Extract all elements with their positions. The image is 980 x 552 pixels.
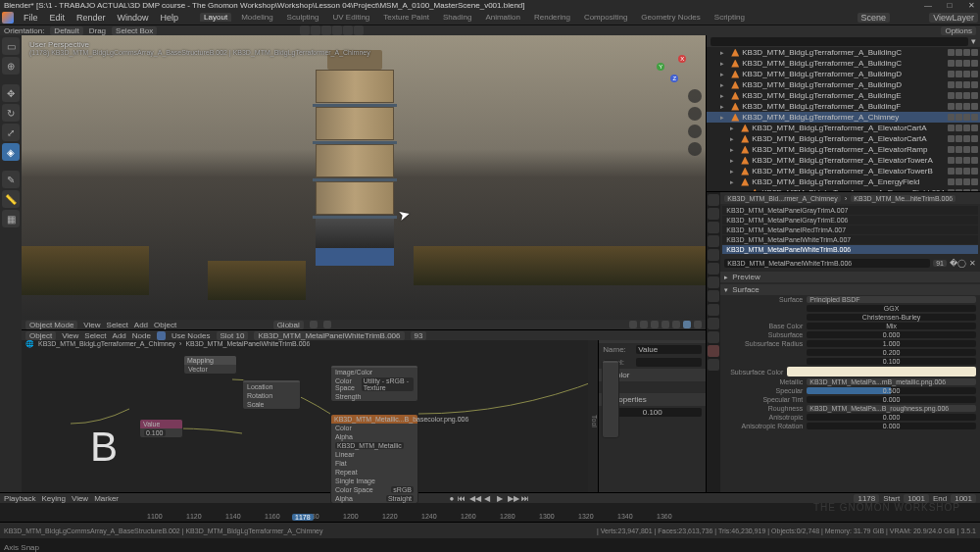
tab-texpaint[interactable]: Texture Paint: [379, 13, 433, 22]
prop-tab-modifier[interactable]: [708, 276, 719, 288]
prev-key-icon[interactable]: ◀◀: [469, 494, 479, 502]
snap-icon-3[interactable]: [321, 25, 331, 35]
property-value[interactable]: 0.000: [807, 396, 976, 403]
property-value[interactable]: 0.000: [807, 331, 976, 338]
node-group[interactable]: Image/Color Color SpaceUtility - sRGB - …: [330, 365, 418, 402]
shading-wire-icon[interactable]: [662, 321, 669, 328]
snap-icon[interactable]: [300, 25, 310, 35]
tool-add[interactable]: ▦: [2, 210, 20, 227]
overlay-toggle-icon[interactable]: [640, 321, 648, 328]
preview-panel-header[interactable]: Preview: [720, 272, 980, 282]
vp-menu-object[interactable]: Object: [154, 321, 176, 329]
pan-icon[interactable]: [688, 107, 702, 121]
outliner-search-input[interactable]: [710, 37, 968, 46]
ne-menu-select[interactable]: Select: [84, 331, 106, 340]
orientation-global[interactable]: Global: [273, 321, 304, 329]
snap-toggle-icon[interactable]: [310, 321, 318, 328]
menu-edit[interactable]: Edit: [44, 13, 72, 23]
tl-menu-keying[interactable]: Keying: [41, 494, 65, 503]
slot-dropdown[interactable]: Slot 10: [217, 331, 249, 340]
orientation-dropdown[interactable]: Default: [50, 26, 82, 35]
property-value[interactable]: 0.500: [807, 387, 976, 394]
surface-shader-dropdown[interactable]: Principled BSDF: [807, 296, 976, 303]
outliner-row[interactable]: ▸KB3D_MTM_BldgLgTerraformer_A_BuildingF: [707, 101, 980, 112]
ne-menu-view[interactable]: View: [62, 331, 78, 340]
snap-icon-5[interactable]: [343, 25, 353, 35]
outliner-row[interactable]: ▸KB3D_MTM_BldgLgTerraformer_A_BuildingC: [707, 58, 980, 69]
prop-tab-data[interactable]: [708, 331, 719, 343]
jump-start-icon[interactable]: ⏮: [457, 494, 466, 502]
property-value[interactable]: 0.200: [807, 349, 976, 356]
ne-menu-add[interactable]: Add: [113, 331, 126, 340]
menu-help[interactable]: Help: [155, 13, 185, 23]
outliner-row[interactable]: ▸KB3D_MTM_BldgLgTerraformer_A_BuildingE: [707, 90, 980, 101]
tab-layout[interactable]: Layout: [200, 13, 231, 22]
gizmo-toggle-icon[interactable]: [629, 321, 637, 328]
tool-transform[interactable]: ◈: [2, 143, 20, 161]
outliner-row[interactable]: ▸KB3D_MTM_BldgLgTerraformer_A_ElevatorCa…: [707, 123, 980, 133]
playhead[interactable]: 1178: [292, 514, 314, 521]
property-value[interactable]: 0.000: [807, 414, 976, 421]
material-slot[interactable]: KB3D_MTM_MetalPanelWhiteTrimB.006: [722, 245, 978, 254]
outliner-row[interactable]: ▸KB3D_MTM_BldgLgTerraformer_A_ElevatorTo…: [707, 166, 980, 176]
viewport-3d[interactable]: User Perspective (1178) KB3D_MTM_BldgLgC…: [22, 35, 706, 320]
play-reverse-icon[interactable]: ◀: [482, 494, 492, 502]
maximize-icon[interactable]: □: [945, 1, 955, 10]
zoom-icon[interactable]: [688, 89, 702, 103]
prop-tab-physics[interactable]: [708, 304, 719, 316]
material-slot[interactable]: KB3D_MTM_MetalPanelWhiteTrimA.007: [722, 235, 978, 244]
property-value[interactable]: 0.000: [807, 423, 976, 429]
node-canvas[interactable]: Mapping Vector Image/Color Color SpaceUt…: [22, 340, 598, 492]
snap-icon-2[interactable]: [311, 25, 320, 35]
tab-scripting[interactable]: Scripting: [710, 13, 749, 22]
snap-icon-4[interactable]: [332, 25, 342, 35]
camera-icon[interactable]: [688, 125, 702, 138]
selectbox-dropdown[interactable]: Select Box: [112, 26, 157, 35]
node-label-input[interactable]: [636, 358, 702, 367]
vp-menu-view[interactable]: View: [83, 321, 100, 329]
outliner-row[interactable]: ▸KB3D_MTM_BldgLgTerraformer_A_Chimney: [707, 112, 980, 123]
nav-gizmo[interactable]: X Y Z: [659, 55, 688, 84]
prop-tab-render[interactable]: [708, 194, 719, 206]
scene-selector[interactable]: Scene: [858, 13, 891, 23]
tl-menu-playback[interactable]: Playback: [4, 494, 35, 503]
material-users-count[interactable]: 91: [933, 260, 947, 267]
tool-measure[interactable]: 📏: [2, 190, 20, 208]
shader-mode[interactable]: Object: [25, 331, 56, 340]
xray-icon[interactable]: [651, 321, 659, 328]
prop-tab-world[interactable]: [708, 249, 719, 261]
prop-tab-particle[interactable]: [708, 290, 719, 302]
tool-rotate[interactable]: ↻: [2, 104, 20, 122]
vp-menu-select[interactable]: Select: [107, 321, 128, 329]
outliner-row[interactable]: ▸KB3D_MTM_BldgLgTerraformer_A_EnergyFiel…: [707, 176, 980, 187]
property-value[interactable]: Mix: [807, 323, 976, 329]
prop-tab-scene[interactable]: [708, 235, 719, 247]
autokey-icon[interactable]: ●: [450, 494, 455, 503]
prop-tab-constraint[interactable]: [708, 318, 719, 329]
surface-panel-header[interactable]: Surface: [720, 284, 980, 295]
node-image-texture[interactable]: KB3D_MTM_Metallic...B_basecolor.png.006 …: [330, 414, 418, 504]
tool-move[interactable]: ✥: [2, 84, 20, 102]
sss-method-dropdown[interactable]: Christensen-Burley: [807, 314, 976, 321]
material-name[interactable]: KB3D_MTM_MetalPanelWhiteTrimB.006: [254, 331, 404, 340]
tab-uv[interactable]: UV Editing: [329, 13, 374, 22]
node-value[interactable]: Value 0.100: [139, 419, 183, 438]
ne-menu-node[interactable]: Node: [132, 331, 151, 340]
material-name-field[interactable]: KB3D_MTM_MetalPanelWhiteTrimB.006: [724, 259, 930, 268]
outliner-row[interactable]: ▸KB3D_MTM_BldgLgTerraformer_A_BuildingC: [707, 47, 980, 58]
snap-icon-6[interactable]: [354, 25, 364, 35]
material-new-icon[interactable]: �◯: [950, 259, 966, 268]
material-users[interactable]: 93: [411, 331, 427, 340]
vp-menu-add[interactable]: Add: [134, 321, 148, 329]
tool-select[interactable]: ▭: [2, 37, 20, 55]
blender-logo-icon[interactable]: [2, 12, 14, 24]
material-slot-list[interactable]: KB3D_MTM_MetalPanelGrayTrimA.007 KB3D_MT…: [720, 204, 980, 257]
prop-tab-view[interactable]: [708, 222, 719, 233]
menu-file[interactable]: File: [18, 13, 44, 23]
outliner-row[interactable]: ▸KB3D_MTM_BldgLgTerraformer_A_ElevatorRa…: [707, 144, 980, 155]
options-dropdown[interactable]: Options: [941, 26, 976, 35]
material-slot[interactable]: KB3D_MTM_MetalPanelGrayTrimA.007: [722, 206, 978, 215]
distribution-dropdown[interactable]: GGX: [807, 305, 976, 312]
prop-tab-material[interactable]: [708, 345, 719, 357]
prop-tab-object[interactable]: [708, 263, 719, 275]
